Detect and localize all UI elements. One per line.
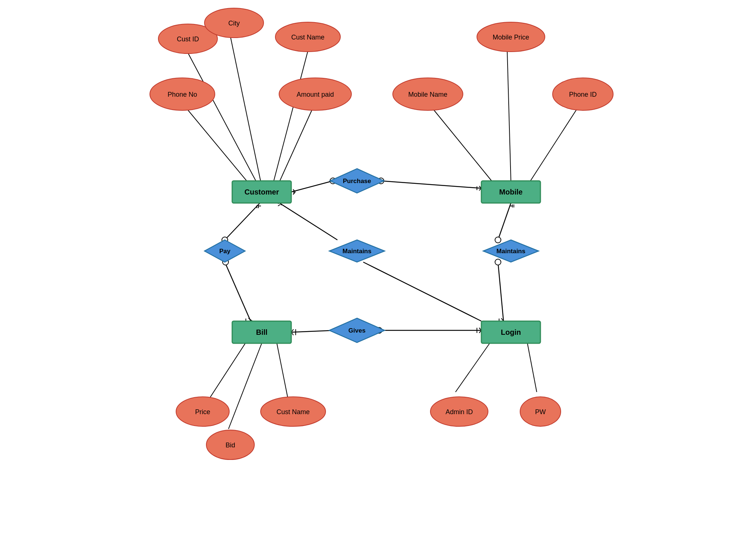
attr-price-label: Price [195,408,210,416]
circle-maintains-r-top [495,237,501,243]
attr-amount-paid-label: Amount paid [296,91,334,98]
attr-cust-name-bot-label: Cust Name [276,408,310,416]
line-city-customer [230,36,262,186]
entity-customer-label: Customer [244,188,279,196]
er-diagram: Cust ID City Cust Name Phone No Amount p… [0,0,756,557]
line-customer-pay [225,203,260,240]
line-custname-customer [273,51,308,185]
attr-mobile-name-label: Mobile Name [408,91,447,98]
line-customer-purchase [291,181,333,192]
line-purchase-mobile [381,181,481,188]
circle-maintains-r-bot [495,259,501,265]
rel-purchase-label: Purchase [343,178,371,185]
line-amountpaid-customer [276,103,315,188]
attr-admin-id-label: Admin ID [446,408,473,416]
attr-mobile-price-label: Mobile Price [492,34,529,41]
rel-maintains-right-label: Maintains [496,248,525,255]
line-maintains-r-login [498,262,504,321]
rel-pay-label: Pay [219,248,231,255]
line-mobileprice-mobile [507,51,511,181]
attr-phone-id-label: Phone ID [569,91,597,98]
attr-cust-id-label: Cust ID [177,35,199,43]
line-customer-maintains-l [276,201,337,240]
line-phoneid-mobile [526,103,581,188]
line-mobile-maintains-r [498,203,511,240]
entity-mobile-label: Mobile [499,188,522,196]
attr-phone-no-label: Phone No [168,91,197,98]
line-custid-customer [188,53,262,192]
rel-gives-label: Gives [348,327,365,334]
attr-cust-name-top-label: Cust Name [291,34,324,41]
line-bid-bill [228,343,262,429]
attr-city-label: City [228,20,240,27]
line-phoneno-customer [182,103,254,190]
line-mobilename-mobile [428,103,496,186]
rel-maintains-left-label: Maintains [343,248,371,255]
entity-bill-label: Bill [256,328,267,336]
line-bill-gives [291,330,335,332]
attr-pw-label: PW [535,408,546,416]
line-pay-bill [225,262,251,321]
entity-login-label: Login [501,328,521,336]
line-maintains-l-login [363,262,481,321]
cm-crow2 [278,204,280,206]
attr-bid-label: Bid [226,441,235,449]
